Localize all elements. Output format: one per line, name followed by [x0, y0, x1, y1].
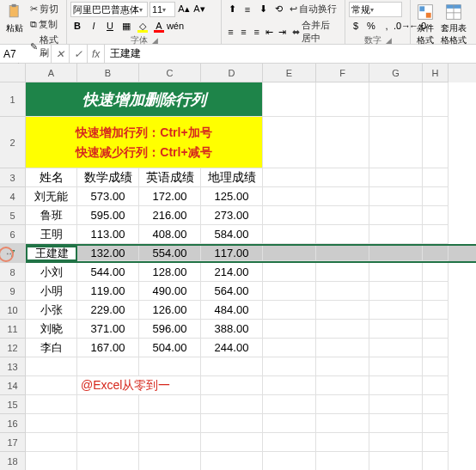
increase-decimal-button[interactable]: .0→ [395, 19, 409, 33]
phonetic-button[interactable]: wén [168, 19, 182, 33]
row-header[interactable]: 14 [0, 376, 26, 395]
copy-button[interactable]: ⧉复制 [27, 17, 63, 32]
cell[interactable]: 167.00 [77, 339, 139, 357]
cell[interactable] [139, 452, 201, 470]
row-header[interactable]: 18 [0, 452, 26, 470]
cell[interactable]: 573.00 [77, 187, 139, 206]
cell[interactable]: 216.00 [139, 206, 201, 225]
header-cell[interactable]: 姓名 [26, 168, 77, 187]
cell[interactable] [369, 452, 423, 470]
cell[interactable] [369, 206, 423, 225]
cell[interactable] [423, 301, 449, 320]
col-header[interactable]: B [77, 64, 139, 82]
cell[interactable]: 544.00 [77, 263, 139, 282]
cell[interactable] [369, 82, 423, 117]
align-top-button[interactable]: ⬆ [225, 3, 239, 16]
cell[interactable] [139, 433, 201, 452]
row-header-selected[interactable]: ↔7 [0, 244, 26, 263]
wrap-text-button[interactable]: ↩自动换行 [287, 2, 339, 16]
cell[interactable] [423, 82, 449, 117]
row-header[interactable]: 12 [0, 339, 26, 357]
cell[interactable] [316, 339, 369, 357]
cell[interactable]: 554.00 [139, 246, 201, 261]
cell[interactable] [201, 357, 263, 376]
cell[interactable]: 113.00 [77, 225, 139, 244]
cell[interactable]: 408.00 [139, 225, 201, 244]
cell[interactable] [316, 320, 369, 339]
cell[interactable] [201, 433, 263, 452]
cell[interactable] [263, 320, 316, 339]
cell[interactable] [139, 395, 201, 414]
cell[interactable] [263, 376, 316, 395]
cell[interactable] [369, 225, 423, 244]
cell[interactable] [263, 433, 316, 452]
conditional-format-button[interactable]: 条件格式 [414, 2, 436, 48]
align-left-button[interactable]: ≡ [225, 25, 236, 39]
active-cell[interactable]: 王建建 [26, 246, 77, 261]
header-cell[interactable]: 地理成绩 [201, 168, 263, 187]
col-header[interactable]: D [201, 64, 263, 82]
cell[interactable] [263, 246, 316, 261]
cell[interactable]: 490.00 [139, 282, 201, 301]
increase-font-button[interactable]: A▴ [177, 2, 191, 15]
enter-formula-button[interactable]: ✓ [70, 45, 88, 63]
cell[interactable] [316, 225, 369, 244]
cell[interactable] [316, 246, 369, 261]
align-center-button[interactable]: ≡ [238, 25, 249, 39]
col-header[interactable]: E [263, 64, 316, 82]
cell[interactable] [369, 301, 423, 320]
merge-center-button[interactable]: ⬌合并后居中 [290, 18, 341, 46]
cell[interactable] [423, 225, 449, 244]
dialog-launcher-icon[interactable]: ◢ [386, 36, 392, 45]
cell[interactable] [316, 376, 369, 395]
cell[interactable] [77, 357, 139, 376]
cell[interactable] [423, 395, 449, 414]
row-header[interactable]: 11 [0, 320, 26, 339]
cell[interactable]: 王明 [26, 225, 77, 244]
cell[interactable] [26, 357, 77, 376]
cell[interactable]: 371.00 [77, 320, 139, 339]
row-header[interactable]: 2 [0, 117, 26, 168]
cell[interactable] [316, 82, 369, 117]
cell[interactable] [423, 117, 449, 168]
comma-button[interactable]: , [380, 19, 394, 33]
title-cell[interactable]: 快速增加删除行列 [26, 82, 263, 117]
cell[interactable] [423, 263, 449, 282]
row-header[interactable]: 13 [0, 357, 26, 376]
cell[interactable] [369, 414, 423, 433]
cell[interactable] [316, 263, 369, 282]
cell[interactable] [263, 414, 316, 433]
cell[interactable] [263, 206, 316, 225]
cell[interactable]: 119.00 [77, 282, 139, 301]
font-name-select[interactable]: 阿里巴巴普惠体▾ [70, 2, 148, 17]
col-header[interactable]: C [139, 64, 201, 82]
cell[interactable] [26, 414, 77, 433]
cell[interactable] [369, 246, 423, 261]
cell[interactable]: 596.00 [139, 320, 201, 339]
cell[interactable] [316, 282, 369, 301]
cell[interactable]: 595.00 [77, 206, 139, 225]
cell[interactable] [423, 433, 449, 452]
row-header[interactable]: 5 [0, 206, 26, 225]
cell[interactable] [263, 282, 316, 301]
cell[interactable]: 273.00 [201, 206, 263, 225]
tips-cell[interactable]: 快速增加行列：Ctrl+加号 快速减少行列：Ctrl+减号 [26, 117, 263, 168]
currency-button[interactable]: $ [349, 19, 363, 33]
cell[interactable] [423, 206, 449, 225]
cell[interactable] [316, 395, 369, 414]
row-header[interactable]: 16 [0, 414, 26, 433]
cell[interactable] [423, 376, 449, 395]
cell[interactable] [263, 82, 316, 117]
cell[interactable]: 484.00 [201, 301, 263, 320]
number-format-select[interactable]: 常规▾ [349, 2, 402, 17]
cell[interactable] [316, 168, 369, 187]
row-header[interactable]: 6 [0, 225, 26, 244]
cell[interactable]: 117.00 [201, 246, 263, 261]
cell[interactable] [316, 187, 369, 206]
cell[interactable] [139, 414, 201, 433]
name-box[interactable]: A7▾ [0, 45, 52, 63]
cell[interactable] [263, 395, 316, 414]
cell[interactable]: 172.00 [139, 187, 201, 206]
cell[interactable]: 鲁班 [26, 206, 77, 225]
cell[interactable] [423, 282, 449, 301]
